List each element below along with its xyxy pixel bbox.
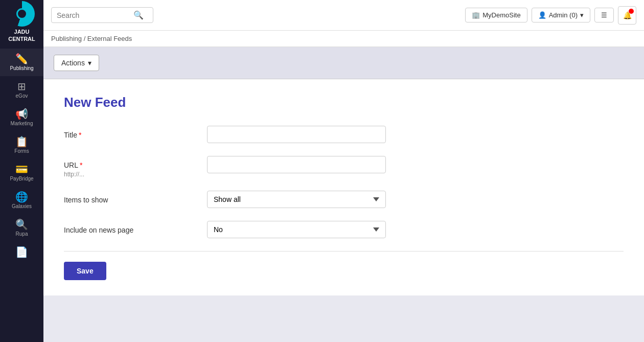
- breadcrumb-separator: /: [84, 35, 87, 42]
- sidebar-label-forms: Forms: [14, 148, 29, 154]
- paybridge-icon: 💳: [15, 164, 28, 174]
- title-label-group: Title*: [64, 126, 207, 139]
- logo-inner: [16, 8, 28, 19]
- url-required: *: [80, 161, 82, 169]
- chevron-down-icon: ▾: [580, 11, 584, 19]
- breadcrumb-publishing: Publishing: [51, 35, 82, 42]
- site-icon: 🏢: [472, 11, 480, 19]
- sidebar-label-marketing: Marketing: [11, 121, 33, 126]
- topbar-right: 🏢 MyDemoSite 👤 Admin (0) ▾ ☰ 🔔: [465, 6, 636, 25]
- sidebar-label-rupa: Rupa: [16, 231, 28, 237]
- url-hint: http://...: [64, 171, 207, 178]
- include-news-select[interactable]: No Yes: [207, 221, 386, 238]
- form-divider: [64, 251, 624, 252]
- sidebar: JADUCENTRAL ✏️ Publishing ⊞ eGov 📢 Marke…: [0, 0, 43, 342]
- url-label-group: URL* http://...: [64, 156, 207, 178]
- forms-icon: 📋: [15, 136, 28, 147]
- form-row-include-news: Include on news page No Yes: [64, 221, 624, 238]
- breadcrumb: Publishing / External Feeds: [43, 31, 644, 47]
- admin-button[interactable]: 👤 Admin (0) ▾: [532, 8, 590, 22]
- sidebar-item-egov[interactable]: ⊞ eGov: [0, 76, 43, 104]
- sidebar-item-publishing[interactable]: ✏️ Publishing: [0, 49, 43, 76]
- title-required: *: [79, 131, 81, 139]
- form-title: New Feed: [64, 95, 624, 110]
- search-button[interactable]: 🔍: [133, 10, 144, 20]
- sidebar-item-marketing[interactable]: 📢 Marketing: [0, 104, 43, 131]
- form-row-url: URL* http://...: [64, 156, 624, 178]
- sidebar-item-forms[interactable]: 📋 Forms: [0, 131, 43, 159]
- sidebar-label-publishing: Publishing: [10, 65, 33, 71]
- rupa-icon: 🔍: [15, 219, 28, 230]
- items-to-show-label: Items to show: [64, 191, 207, 204]
- topbar: 🔍 🏢 MyDemoSite 👤 Admin (0) ▾ ☰ 🔔: [43, 0, 644, 31]
- sidebar-label-egov: eGov: [16, 93, 28, 99]
- notification-button[interactable]: 🔔: [618, 6, 636, 25]
- notification-dot: [629, 9, 634, 14]
- galaxies-icon: 🌐: [15, 192, 28, 202]
- save-button[interactable]: Save: [64, 262, 106, 280]
- form-card: New Feed Title* URL* http://...: [43, 79, 644, 295]
- sidebar-item-rupa[interactable]: 🔍 Rupa: [0, 214, 43, 242]
- admin-icon: 👤: [538, 11, 546, 19]
- logo: JADUCENTRAL: [0, 0, 43, 43]
- publishing-icon: ✏️: [15, 54, 28, 64]
- logo-circle: [9, 1, 35, 27]
- marketing-icon: 📢: [15, 109, 28, 119]
- extra-icon: 📄: [15, 247, 28, 257]
- content-area: Actions ▾ New Feed Title* URL*: [43, 47, 644, 342]
- title-label: Title*: [64, 126, 207, 139]
- my-demo-site-button[interactable]: 🏢 MyDemoSite: [465, 8, 527, 22]
- include-news-label: Include on news page: [64, 221, 207, 234]
- content-view-button[interactable]: ☰: [594, 8, 614, 22]
- form-row-title: Title*: [64, 126, 624, 143]
- search-input[interactable]: [57, 11, 133, 19]
- url-input[interactable]: [207, 156, 386, 173]
- actions-dropdown-button[interactable]: Actions ▾: [54, 55, 99, 71]
- actions-bar: Actions ▾: [43, 47, 644, 79]
- sidebar-item-galaxies[interactable]: 🌐 Galaxies: [0, 187, 43, 214]
- dropdown-arrow-icon: ▾: [88, 59, 91, 67]
- breadcrumb-external-feeds: External Feeds: [87, 35, 132, 42]
- sidebar-item-paybridge[interactable]: 💳 PayBridge: [0, 159, 43, 187]
- sidebar-label-galaxies: Galaxies: [12, 203, 32, 209]
- main-content: 🔍 🏢 MyDemoSite 👤 Admin (0) ▾ ☰ 🔔 Publish…: [43, 0, 644, 342]
- title-input[interactable]: [207, 126, 386, 143]
- search-box: 🔍: [51, 7, 153, 23]
- list-icon: ☰: [601, 11, 607, 19]
- egov-icon: ⊞: [17, 81, 26, 92]
- form-row-items-to-show: Items to show Show all 5 10 15 20: [64, 191, 624, 208]
- sidebar-item-extra[interactable]: 📄: [0, 242, 43, 264]
- actions-label: Actions: [61, 59, 85, 67]
- logo-text: JADUCENTRAL: [8, 29, 35, 42]
- url-label: URL*: [64, 156, 207, 169]
- sidebar-label-paybridge: PayBridge: [10, 176, 33, 181]
- items-to-show-select[interactable]: Show all 5 10 15 20: [207, 191, 386, 208]
